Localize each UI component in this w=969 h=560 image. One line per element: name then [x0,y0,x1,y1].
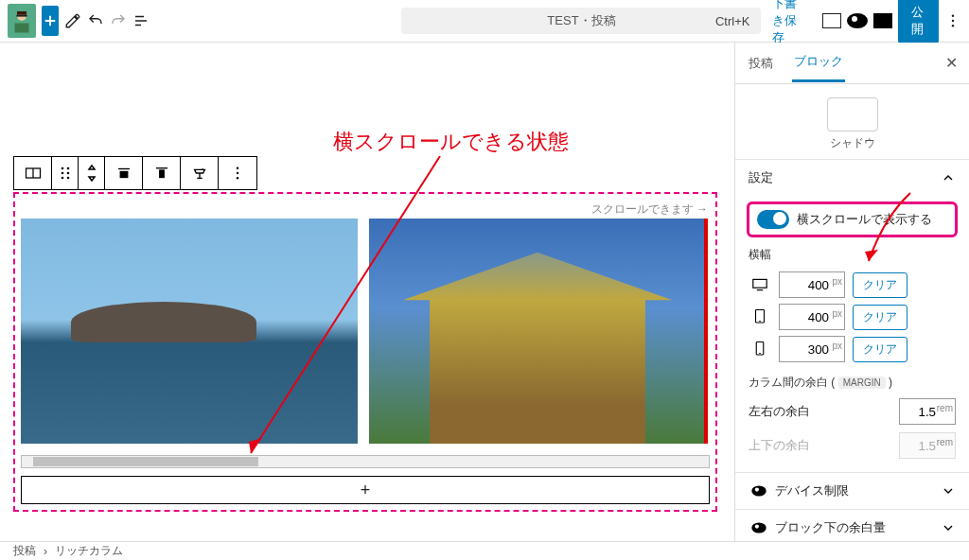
options-menu[interactable] [944,6,961,36]
chevron-down-icon [941,483,956,499]
document-title[interactable]: TEST・投稿 Ctrl+K [401,8,761,34]
breadcrumb: 投稿 › リッチカラム [0,541,969,560]
chevron-down-icon [941,520,956,535]
breadcrumb-current[interactable]: リッチカラム [55,543,123,559]
scrollbar-thumb[interactable] [33,457,258,466]
close-sidebar-button[interactable]: ✕ [945,54,958,72]
svg-point-4 [952,15,954,17]
scrollable-gallery[interactable] [21,219,710,444]
bottom-margin-label: ブロック下の余白量 [775,519,886,536]
annotation-text: 横スクロールできる状態 [333,128,569,156]
lr-margin-row: 左右の余白 rem [735,394,969,429]
svg-point-14 [66,172,69,175]
svg-point-23 [237,167,238,169]
svg-rect-18 [120,172,128,178]
width-section-label: 横幅 [735,247,969,269]
svg-point-16 [66,177,69,180]
editor-canvas: 横スクロールできる状態 スクロールできます → + [0,43,734,541]
block-options-button[interactable] [219,157,256,189]
svg-point-6 [952,25,954,26]
shadow-swatch [827,97,878,131]
gallery-image-2[interactable] [369,219,706,444]
style-button[interactable] [181,157,219,189]
drag-handle-icon[interactable] [52,157,79,189]
clear-tablet-button[interactable]: クリア [853,305,907,330]
horizontal-scroll-toggle-row: 横スクロールで表示する [747,201,958,237]
tb-margin-label: 上下の余白 [749,437,810,454]
svg-rect-27 [753,279,766,288]
unit-label: px [832,276,842,287]
sidebar-tabs: 投稿 ブロック ✕ [735,43,969,84]
eye-icon [751,485,766,496]
svg-rect-2 [16,15,26,17]
svg-point-5 [952,20,954,22]
shadow-label: シャドウ [830,135,875,151]
columns-block-icon[interactable] [14,157,52,189]
svg-rect-20 [159,170,164,178]
tb-margin-row: 上下の余白 rem [735,429,969,463]
horizontal-scroll-toggle[interactable] [757,210,789,229]
publish-button[interactable]: 公開 [898,0,939,44]
preview-desktop-button[interactable] [822,6,841,36]
settings-sidebar: 投稿 ブロック ✕ シャドウ 設定 横スクロールで表示する 横幅 px クリア … [734,43,969,541]
width-row-mobile: px クリア [735,333,969,365]
settings-header-label: 設定 [749,169,773,186]
horizontal-scrollbar[interactable] [21,455,710,468]
avatar[interactable] [8,4,36,38]
mobile-icon [749,340,771,359]
svg-point-13 [61,172,63,175]
toggle-label: 横スクロールで表示する [797,211,932,228]
selection-edge [704,219,708,444]
undo-button[interactable] [87,6,104,36]
breadcrumb-root[interactable]: 投稿 [13,543,36,559]
lr-margin-label: 左右の余白 [749,403,810,420]
tablet-icon [749,307,771,326]
valign-button[interactable] [143,157,181,189]
save-draft-link[interactable]: 下書き保存 [772,0,807,46]
svg-point-25 [237,177,238,179]
edit-mode-button[interactable] [64,6,81,36]
unit-label: px [832,341,842,351]
add-block-button[interactable] [42,6,59,36]
bottom-margin-header[interactable]: ブロック下の余白量 [735,509,969,541]
column-gap-label: カラム間の余白 ( MARGIN ) [735,365,969,394]
eye-icon [751,522,766,533]
svg-rect-3 [15,24,29,33]
desktop-icon [749,275,771,294]
svg-point-12 [66,167,69,170]
clear-mobile-button[interactable]: クリア [853,337,907,362]
settings-panel-toggle[interactable] [873,6,892,36]
tab-post[interactable]: 投稿 [747,45,775,81]
tab-block[interactable]: ブロック [792,44,845,82]
breadcrumb-sep: › [44,545,47,558]
shadow-preview[interactable]: シャドウ [735,84,969,159]
title-text: TEST・投稿 [547,12,615,29]
settings-section-header[interactable]: 設定 [735,159,969,196]
editor-topbar: TEST・投稿 Ctrl+K 下書き保存 公開 [0,0,969,43]
unit-label: px [832,308,842,319]
device-limit-label: デバイス制限 [775,482,849,499]
width-row-desktop: px クリア [735,269,969,301]
device-limit-header[interactable]: デバイス制限 [735,472,969,509]
title-shortcut: Ctrl+K [715,14,749,28]
scroll-hint: スクロールできます → [591,201,708,218]
append-block-button[interactable]: + [21,476,710,504]
svg-point-15 [61,177,63,180]
redo-button[interactable] [110,6,127,36]
svg-point-11 [61,167,63,170]
move-arrows-icon[interactable] [79,157,105,189]
svg-point-24 [237,172,238,174]
block-toolbar [13,156,257,190]
view-icon[interactable] [847,6,868,36]
align-button[interactable] [105,157,143,189]
svg-rect-1 [17,11,26,15]
clear-desktop-button[interactable]: クリア [853,272,907,298]
document-outline-button[interactable] [132,6,150,36]
width-row-tablet: px クリア [735,301,969,333]
chevron-up-icon [941,170,956,185]
gallery-image-1[interactable] [21,219,358,444]
